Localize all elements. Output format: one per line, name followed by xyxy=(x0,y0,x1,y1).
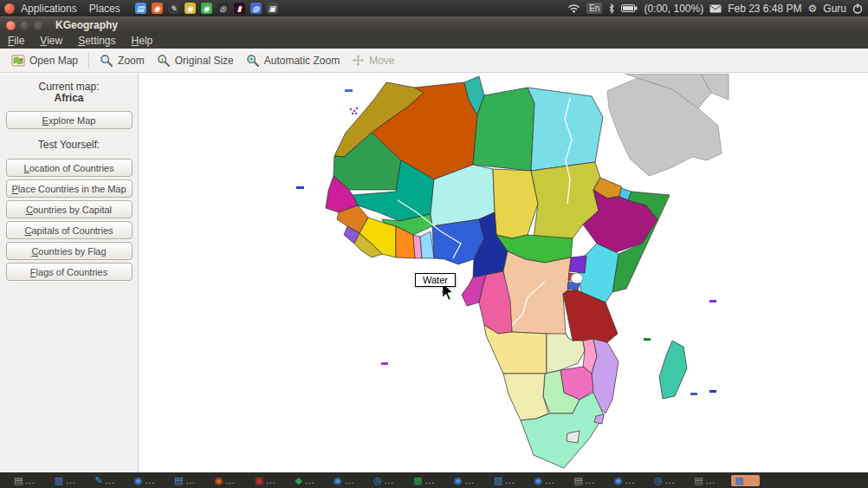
taskbar-item[interactable]: ▥... xyxy=(490,475,519,486)
country-uganda[interactable] xyxy=(569,256,586,273)
places-menu[interactable]: Places xyxy=(83,3,126,15)
user-menu[interactable]: Guru xyxy=(823,3,846,15)
wifi-icon[interactable] xyxy=(567,3,580,13)
gear-icon[interactable]: ⚙ xyxy=(808,3,818,15)
open-map-icon xyxy=(11,54,25,68)
camera-icon[interactable]: ▣ xyxy=(267,3,278,14)
original-size-icon: 1 xyxy=(157,54,171,68)
taskbar-item[interactable]: ▦... xyxy=(410,475,438,486)
taskbar-item[interactable]: ✎... xyxy=(92,475,120,486)
taskbar-item[interactable]: ▥... xyxy=(51,475,80,486)
island-st-helena[interactable] xyxy=(381,362,388,365)
power-icon[interactable] xyxy=(852,3,863,14)
taskbar-item[interactable]: ◆... xyxy=(291,475,318,486)
island-reunion[interactable] xyxy=(690,393,697,395)
menu-help[interactable]: Help xyxy=(124,35,161,47)
taskbar-item[interactable]: ◉... xyxy=(330,475,358,486)
island-cape-verde[interactable] xyxy=(296,186,304,189)
taskbar-item-label: ... xyxy=(106,476,115,485)
taskbar-item[interactable]: ▤... xyxy=(10,475,39,486)
taskbar-item[interactable]: ◉... xyxy=(531,475,559,486)
taskbar-item[interactable]: ◉... xyxy=(611,475,638,486)
country-namibia[interactable] xyxy=(503,374,548,420)
envelope-icon[interactable] xyxy=(709,4,722,13)
island-comoros[interactable] xyxy=(709,300,716,303)
battery-icon[interactable] xyxy=(621,3,638,13)
location-of-countries-button[interactable]: Location of Countries xyxy=(6,159,133,177)
dark-app-icon[interactable]: ◎ xyxy=(217,3,229,14)
toolbar-separator xyxy=(88,53,89,68)
open-map-button[interactable]: Open Map xyxy=(5,51,84,70)
terminal-icon[interactable]: ▮ xyxy=(234,3,245,14)
applications-menu[interactable]: Applications xyxy=(15,3,83,15)
island-madeira-cluster[interactable] xyxy=(350,107,359,115)
move-icon xyxy=(352,54,365,67)
taskbar-item[interactable]: ◎... xyxy=(370,475,398,486)
taskbar-item-kgeography-active[interactable]: ▩... xyxy=(731,475,760,486)
media-player-icon[interactable]: ◉ xyxy=(201,3,212,14)
countries-by-capital-button[interactable]: Countries by Capital xyxy=(6,200,133,218)
taskbar-item-label: ... xyxy=(185,476,195,485)
island-seychelles[interactable] xyxy=(644,338,651,341)
close-button[interactable] xyxy=(6,21,16,30)
island-mauritius[interactable] xyxy=(709,390,716,393)
taskbar-item[interactable]: ▤... xyxy=(171,475,199,486)
app-icon: ◎ xyxy=(373,476,382,485)
panel-status-area: En (0:00, 100%) Feb 23 6:48 PM ⚙ Guru xyxy=(567,3,868,15)
taskbar-item-label: ... xyxy=(385,476,394,485)
taskbar-item-label: ... xyxy=(266,476,275,485)
zoom-icon xyxy=(100,54,113,68)
zoom-button[interactable]: Zoom xyxy=(94,51,151,70)
menu-view[interactable]: View xyxy=(32,35,70,47)
app-icon: ◉ xyxy=(334,476,342,485)
keyboard-layout-indicator[interactable]: En xyxy=(586,3,602,14)
countries-by-flag-button[interactable]: Countries by Flag xyxy=(6,242,133,260)
minimize-button[interactable] xyxy=(20,21,29,30)
country-benin[interactable] xyxy=(420,231,434,258)
country-tanzania[interactable] xyxy=(563,290,618,342)
clock[interactable]: Feb 23 6:48 PM xyxy=(728,3,801,15)
country-egypt[interactable] xyxy=(528,88,603,171)
distributor-logo-icon[interactable] xyxy=(4,3,15,14)
maximize-button[interactable] xyxy=(34,21,43,30)
chat-icon[interactable]: ◍ xyxy=(250,3,262,14)
taskbar-item-label: ... xyxy=(425,476,435,485)
taskbar-item-label: ... xyxy=(66,476,75,485)
taskbar-item[interactable]: ▤... xyxy=(571,475,599,486)
island-canary[interactable] xyxy=(345,89,353,92)
taskbar-item[interactable]: ◉... xyxy=(450,475,478,486)
battery-status-text: (0:00, 100%) xyxy=(644,3,703,15)
taskbar-item[interactable]: ◉... xyxy=(131,475,159,486)
app-icon: ✎ xyxy=(95,476,103,485)
taskbar-item[interactable]: ▣... xyxy=(251,475,280,486)
move-button: Move xyxy=(346,51,400,69)
place-countries-button[interactable]: Place Countries in the Map xyxy=(6,179,133,198)
country-drc[interactable] xyxy=(503,251,571,338)
map-canvas[interactable]: Water xyxy=(139,74,868,472)
browser-icon[interactable]: ◉ xyxy=(152,3,163,14)
taskbar-item[interactable]: ▤... xyxy=(690,475,719,486)
icon-glyph: ◉ xyxy=(203,4,210,13)
explore-map-button[interactable]: Explore Map xyxy=(6,111,133,129)
menu-file[interactable]: File xyxy=(0,35,32,47)
chrome-icon[interactable]: ◉ xyxy=(185,3,196,14)
original-size-button[interactable]: 1 Original Size xyxy=(151,51,240,70)
bluetooth-icon[interactable] xyxy=(608,3,615,14)
app-icon: ◆ xyxy=(295,476,301,485)
taskbar-item[interactable]: ◎... xyxy=(651,475,678,486)
files-icon[interactable]: ▤ xyxy=(135,3,146,14)
menu-settings[interactable]: Settings xyxy=(70,35,123,47)
flags-of-countries-button[interactable]: Flags of Countries xyxy=(6,263,133,281)
automatic-zoom-button[interactable]: Automatic Zoom xyxy=(240,51,346,70)
taskbar-item[interactable]: ◉... xyxy=(211,475,239,486)
taskbar-item-label: ... xyxy=(465,476,475,485)
capitals-of-countries-button[interactable]: Capitals of Countries xyxy=(6,221,133,239)
country-madagascar[interactable] xyxy=(659,341,687,399)
icon-glyph: ▤ xyxy=(137,4,145,13)
window-titlebar[interactable]: KGeography xyxy=(0,16,868,33)
text-editor-icon[interactable]: ✎ xyxy=(168,3,179,14)
app-icon: ◎ xyxy=(654,476,663,485)
africa-map[interactable] xyxy=(139,74,868,472)
country-chad[interactable] xyxy=(493,169,538,238)
automatic-zoom-label: Automatic Zoom xyxy=(264,55,340,67)
